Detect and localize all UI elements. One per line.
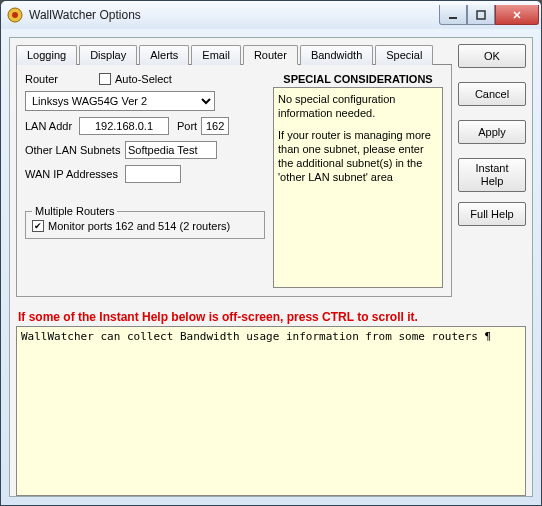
lan-addr-input[interactable]: [79, 117, 169, 135]
router-label: Router: [25, 73, 95, 85]
port-label: Port: [177, 120, 197, 132]
window-title: WallWatcher Options: [29, 8, 439, 22]
instant-help-textarea[interactable]: [16, 326, 526, 496]
titlebar[interactable]: WallWatcher Options: [1, 1, 541, 29]
wan-ip-label: WAN IP Addresses: [25, 168, 121, 180]
auto-select-label: Auto-Select: [115, 73, 172, 85]
instant-help-button[interactable]: Instant Help: [458, 158, 526, 192]
options-window: WallWatcher Options Logging Display Aler…: [0, 0, 542, 506]
multiple-routers-group: Multiple Routers ✔ Monitor ports 162 and…: [25, 211, 265, 239]
tab-bandwidth[interactable]: Bandwidth: [300, 45, 373, 65]
special-title: SPECIAL CONSIDERATIONS: [273, 73, 443, 85]
tab-router[interactable]: Router: [243, 45, 298, 65]
tab-email[interactable]: Email: [191, 45, 241, 65]
svg-point-1: [12, 12, 18, 18]
router-tabpanel: Router Auto-Select Linksys WAG54G Ver 2: [16, 65, 452, 297]
lan-addr-label: LAN Addr: [25, 120, 75, 132]
other-subnets-input[interactable]: [125, 141, 217, 159]
router-select[interactable]: Linksys WAG54G Ver 2: [25, 91, 215, 111]
cancel-button[interactable]: Cancel: [458, 82, 526, 106]
minimize-button[interactable]: [439, 5, 467, 25]
group-title: Multiple Routers: [32, 205, 117, 217]
tab-alerts[interactable]: Alerts: [139, 45, 189, 65]
checkbox-icon: [99, 73, 111, 85]
auto-select-checkbox[interactable]: Auto-Select: [99, 73, 172, 85]
svg-rect-2: [449, 17, 457, 19]
port-input[interactable]: [201, 117, 229, 135]
maximize-button[interactable]: [467, 5, 495, 25]
other-subnets-label: Other LAN Subnets: [25, 144, 121, 156]
checkbox-icon: ✔: [32, 220, 44, 232]
client-area: Logging Display Alerts Email Router Band…: [1, 29, 541, 505]
tab-logging[interactable]: Logging: [16, 45, 77, 65]
ok-button[interactable]: OK: [458, 44, 526, 68]
tabstrip: Logging Display Alerts Email Router Band…: [16, 44, 452, 65]
wan-ip-input[interactable]: [125, 165, 181, 183]
app-icon: [7, 7, 23, 23]
side-buttons: OK Cancel Apply Instant Help Full Help: [458, 44, 526, 302]
special-considerations: SPECIAL CONSIDERATIONS No special config…: [273, 73, 443, 288]
outer-panel: Logging Display Alerts Email Router Band…: [9, 37, 533, 497]
special-text: No special configuration information nee…: [273, 87, 443, 288]
monitor-ports-checkbox[interactable]: ✔ Monitor ports 162 and 514 (2 routers): [32, 220, 258, 232]
svg-rect-3: [477, 11, 485, 19]
tab-display[interactable]: Display: [79, 45, 137, 65]
tab-special[interactable]: Special: [375, 45, 433, 65]
monitor-ports-label: Monitor ports 162 and 514 (2 routers): [48, 220, 230, 232]
router-form: Router Auto-Select Linksys WAG54G Ver 2: [25, 73, 265, 288]
instant-help-notice: If some of the Instant Help below is off…: [18, 310, 524, 324]
apply-button[interactable]: Apply: [458, 120, 526, 144]
close-button[interactable]: [495, 5, 539, 25]
full-help-button[interactable]: Full Help: [458, 202, 526, 226]
window-controls: [439, 5, 539, 25]
